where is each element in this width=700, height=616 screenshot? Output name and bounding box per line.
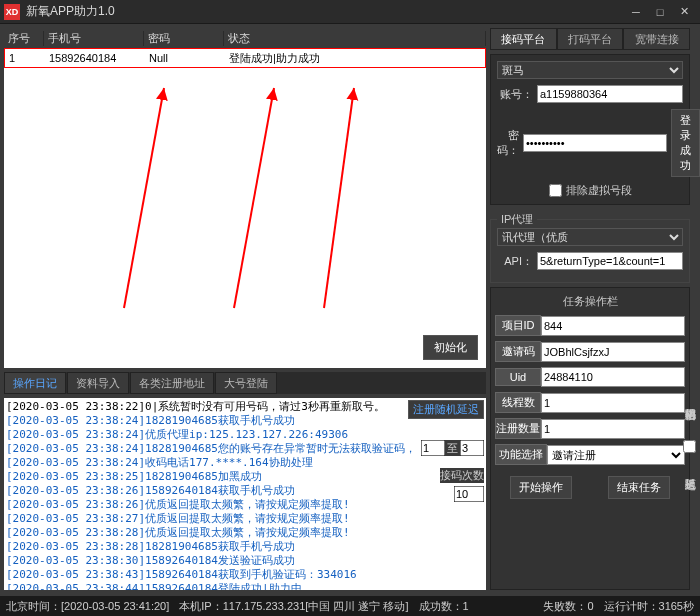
accounts-table: 序号 手机号 密码 状态 1 15892640184 Null 登陆成功|助力成… [4, 28, 486, 368]
log-line: [2020-03-05 23:38:27]优质返回提取太频繁，请按规定频率提取! [6, 512, 484, 526]
log-line: [2020-03-05 23:38:26]优质返回提取太频繁，请按规定频率提取! [6, 498, 484, 512]
acct-label: 账号： [497, 87, 533, 102]
rtab-captcha[interactable]: 打码平台 [557, 28, 624, 50]
exclude-virtual-label: 排除虚拟号段 [566, 183, 632, 198]
log-line: [2020-03-05 23:38:44]15892640184登陆成功|助力中 [6, 582, 484, 590]
log-line: [2020-03-05 23:38:24]18281904685您的账号存在异常… [6, 442, 484, 456]
svg-line-2 [324, 88, 354, 308]
init-button[interactable]: 初始化 [423, 335, 478, 360]
tab-import[interactable]: 资料导入 [67, 372, 129, 394]
rtab-broadband[interactable]: 宽带连接 [623, 28, 690, 50]
delay-from-input[interactable] [421, 440, 445, 456]
th-status: 状态 [224, 31, 486, 46]
status-bar: 北京时间：[2020-03-05 23:41:20] 本机IP：117.175.… [0, 596, 700, 616]
login-button[interactable]: 登录成功 [671, 109, 700, 177]
regnum-label: 注册数量 [495, 418, 541, 439]
log-line: [2020-03-05 23:38:28]18281904685获取手机号成功 [6, 540, 484, 554]
log-panel: [2020-03-05 23:38:22]0|系统暂时没有可用号码，请过3秒再重… [4, 398, 486, 590]
log-line: [2020-03-05 23:38:30]15892640184发送验证码成功 [6, 554, 484, 568]
recv-count-input[interactable] [454, 486, 484, 502]
window-title: 新氧APP助力1.0 [26, 3, 624, 20]
project-id-label: 项目ID [495, 315, 541, 336]
func-label: 功能选择 [495, 444, 547, 465]
log-line: [2020-03-05 23:38:26]15892640184获取手机号成功 [6, 484, 484, 498]
pwd-input[interactable] [523, 134, 667, 152]
svg-line-1 [234, 88, 274, 308]
status-time: [2020-03-05 23:41:20] [61, 600, 169, 612]
log-line: [2020-03-05 23:38:24]优质代理ip:125.123.127.… [6, 428, 484, 442]
log-line: [2020-03-05 23:38:25]18281904685加黑成功 [6, 470, 484, 484]
delay-to-input[interactable] [460, 440, 484, 456]
platform-select[interactable]: 斑马 [497, 61, 683, 79]
regnum-input[interactable] [541, 419, 685, 439]
status-fail: 0 [587, 600, 593, 612]
exclude-virtual-checkbox[interactable] [549, 184, 562, 197]
uid-label: Uid [495, 368, 541, 386]
log-line: [2020-03-05 23:38:28]优质返回提取太频繁，请按规定频率提取! [6, 526, 484, 540]
stop-button[interactable]: 结束任务 [608, 476, 670, 499]
acct-input[interactable] [537, 85, 683, 103]
invite-label: 邀请码 [495, 341, 541, 362]
th-password: 密码 [144, 31, 224, 46]
svg-line-0 [124, 88, 164, 308]
status-ip: 117.175.233.231[中国 四川 遂宁 移动] [223, 600, 409, 612]
th-phone: 手机号 [44, 31, 144, 46]
api-input[interactable] [537, 252, 683, 270]
app-logo: XD [4, 4, 20, 20]
tab-biglogin[interactable]: 大号登陆 [215, 372, 277, 394]
func-select[interactable]: 邀请注册 [547, 445, 685, 465]
tab-log[interactable]: 操作日记 [4, 372, 66, 394]
invite-input[interactable] [541, 342, 685, 362]
proxy-select[interactable]: 讯代理（优质 [497, 228, 683, 246]
status-success: 1 [463, 600, 469, 612]
status-runtime: 3165秒 [659, 600, 694, 612]
project-id-input[interactable] [541, 316, 685, 336]
uid-input[interactable] [541, 367, 685, 387]
log-line: [2020-03-05 23:38:43]15892640184获取到手机验证码… [6, 568, 484, 582]
proxy-group-label: IP代理 [497, 212, 537, 227]
pwd-label: 密码： [497, 128, 519, 158]
task-header: 任务操作栏 [495, 292, 685, 315]
threads-input[interactable] [541, 393, 685, 413]
api-label: API： [497, 254, 533, 269]
tab-urls[interactable]: 各类注册地址 [130, 372, 214, 394]
log-line: [2020-03-05 23:38:24]收码电话177.****.164协助处… [6, 456, 484, 470]
table-row[interactable]: 1 15892640184 Null 登陆成功|助力成功 [4, 48, 486, 68]
random-pwd-checkbox[interactable] [683, 440, 696, 453]
th-index: 序号 [4, 31, 44, 46]
delay-to-label: 至 [447, 441, 458, 456]
threads-label: 线程数 [495, 392, 541, 413]
maximize-button[interactable]: □ [648, 4, 672, 20]
recv-count-label: 接码次数 [440, 468, 484, 483]
rtab-sms[interactable]: 接码平台 [490, 28, 557, 50]
annotation-arrows [4, 28, 486, 368]
close-button[interactable]: ✕ [672, 4, 696, 20]
log-tabs: 操作日记 资料导入 各类注册地址 大号登陆 [4, 372, 486, 394]
reg-random-delay-button[interactable]: 注册随机延迟 [408, 400, 484, 419]
minimize-button[interactable]: ─ [624, 4, 648, 20]
start-button[interactable]: 开始操作 [510, 476, 572, 499]
